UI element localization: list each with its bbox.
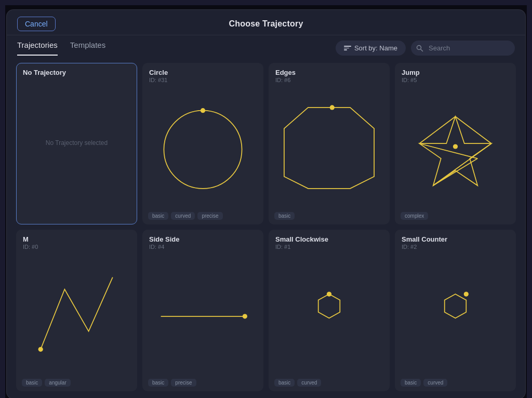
svg-point-5: [330, 105, 335, 110]
search-wrapper: [411, 41, 515, 56]
card-tags: basic curved: [269, 375, 389, 391]
card-header: M ID: #0: [17, 230, 137, 252]
card-title: Circle: [149, 69, 257, 76]
svg-point-13: [38, 347, 43, 352]
card-id: ID: #1: [275, 244, 383, 250]
card-canvas: [17, 252, 137, 375]
card-tags: complex: [395, 208, 515, 224]
card-header: Circle ID: #31: [143, 63, 263, 85]
tag: basic: [274, 212, 295, 220]
card-tags: basic: [269, 208, 389, 224]
card-header: Small Clockwise ID: #1: [269, 230, 389, 252]
svg-marker-16: [318, 294, 340, 318]
card-tags: basic precise: [143, 375, 263, 391]
card-circle[interactable]: Circle ID: #31 basic curved precise: [142, 63, 263, 224]
tag: curved: [423, 379, 447, 387]
tag: basic: [274, 379, 295, 387]
modal-header: Cancel Choose Trajectory: [7, 10, 525, 35]
card-canvas: [395, 85, 515, 208]
card-id: ID: #5: [402, 77, 509, 83]
card-title: Small Clockwise: [275, 235, 383, 243]
card-id: ID: #4: [149, 244, 257, 250]
card-title: No Trajectory: [23, 69, 130, 76]
svg-point-12: [453, 144, 458, 149]
tag: precise: [171, 379, 196, 387]
modal: Cancel Choose Trajectory Trajectories Te…: [6, 9, 526, 398]
tab-bar: Trajectories Templates Sort by: Name: [7, 35, 525, 56]
card-tags: basic curved precise: [143, 208, 263, 224]
tag: basic: [401, 379, 421, 387]
card-header: Edges ID: #6: [269, 63, 389, 85]
card-canvas: [269, 85, 389, 208]
search-input[interactable]: [411, 41, 515, 56]
card-title: Edges: [275, 69, 383, 76]
tag: curved: [297, 379, 321, 387]
card-m[interactable]: M ID: #0 basic angular: [16, 230, 137, 391]
svg-line-10: [419, 143, 477, 158]
card-header: No Trajectory: [17, 63, 137, 78]
tab-left: Trajectories Templates: [17, 41, 105, 56]
card-canvas: [143, 252, 263, 375]
card-title: Side Side: [149, 235, 257, 243]
tag: curved: [171, 212, 195, 220]
cancel-button[interactable]: Cancel: [17, 17, 56, 31]
svg-point-15: [243, 314, 247, 319]
modal-overlay: Cancel Choose Trajectory Trajectories Te…: [5, 5, 527, 398]
card-header: Side Side ID: #4: [143, 230, 263, 252]
modal-title: Choose Trajectory: [229, 19, 303, 29]
card-jump[interactable]: Jump ID: #5 comple: [395, 63, 516, 224]
card-header: Small Counter ID: #2: [395, 230, 515, 252]
card-canvas: [395, 252, 515, 375]
svg-marker-18: [445, 294, 467, 318]
tag: angular: [45, 379, 70, 387]
card-title: Jump: [402, 69, 509, 76]
svg-marker-4: [284, 108, 374, 189]
trajectory-grid: No Trajectory No Trajectory selected Cir…: [7, 56, 525, 398]
no-trajectory-text: No Trajectory selected: [46, 139, 108, 147]
tag: basic: [148, 379, 168, 387]
svg-point-17: [327, 291, 331, 296]
card-id: ID: #2: [402, 244, 509, 250]
card-canvas: No Trajectory selected: [17, 78, 137, 207]
svg-line-7: [456, 116, 491, 143]
tab-trajectories[interactable]: Trajectories: [17, 41, 58, 56]
tag: precise: [197, 212, 222, 220]
svg-point-3: [201, 108, 205, 113]
card-small-counter[interactable]: Small Counter ID: #2 basic curved: [395, 230, 516, 391]
card-tags: basic angular: [17, 375, 137, 391]
tag: basic: [148, 212, 168, 220]
tab-templates[interactable]: Templates: [70, 41, 105, 56]
card-no-trajectory[interactable]: No Trajectory No Trajectory selected: [16, 63, 137, 224]
card-id: ID: #0: [23, 244, 130, 250]
card-tags: basic curved: [395, 375, 515, 391]
tag: complex: [401, 212, 428, 220]
svg-point-2: [164, 111, 242, 189]
tag: basic: [22, 379, 42, 387]
sort-button[interactable]: Sort by: Name: [336, 41, 406, 56]
card-canvas: [143, 85, 263, 208]
sort-label: Sort by: Name: [354, 44, 397, 52]
svg-line-8: [433, 143, 491, 185]
svg-line-11: [419, 116, 455, 143]
card-id: ID: #31: [149, 77, 257, 83]
card-small-clockwise[interactable]: Small Clockwise ID: #1 basic curved: [269, 230, 390, 391]
card-id: ID: #6: [275, 77, 383, 83]
tab-right: Sort by: Name: [336, 41, 515, 56]
card-header: Jump ID: #5: [395, 63, 515, 85]
card-canvas: [269, 252, 389, 375]
sort-icon: [344, 46, 351, 50]
card-title: M: [23, 235, 130, 243]
card-title: Small Counter: [402, 235, 509, 243]
card-edges[interactable]: Edges ID: #6 basic: [269, 63, 390, 224]
card-side-side[interactable]: Side Side ID: #4 basic precise: [142, 230, 263, 391]
svg-point-19: [464, 291, 469, 296]
